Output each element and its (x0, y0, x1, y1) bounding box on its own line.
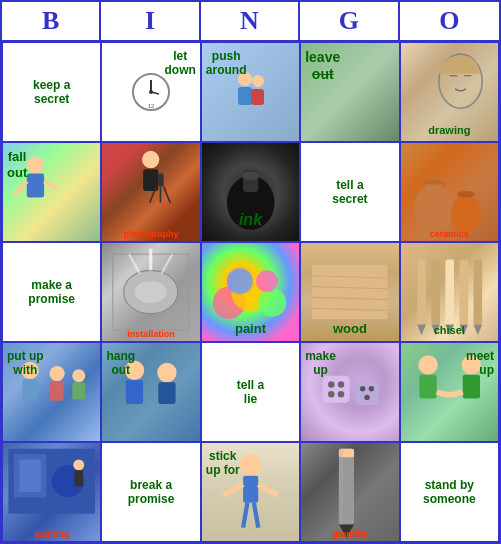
header-o: O (400, 2, 499, 40)
svg-rect-71 (355, 381, 379, 405)
svg-point-85 (240, 454, 262, 476)
cell-leave-out: leaveout (300, 42, 399, 142)
cell-label-installation: installation (102, 329, 199, 339)
cell-label-graphite: graphite (301, 529, 398, 539)
cell-text: letdown (162, 47, 197, 80)
cell-text-meet-up: meetup (464, 347, 496, 380)
svg-rect-65 (159, 382, 176, 404)
cell-graphite: graphite (300, 442, 399, 542)
svg-point-32 (135, 281, 167, 303)
cell-paint: paint (201, 242, 300, 342)
cell-tell-a-secret: tell asecret (300, 142, 399, 242)
header-i: I (101, 2, 200, 40)
svg-rect-13 (27, 174, 44, 198)
svg-point-67 (328, 381, 334, 387)
svg-line-88 (258, 484, 277, 495)
svg-rect-61 (72, 382, 85, 399)
svg-rect-76 (419, 375, 436, 399)
svg-rect-81 (19, 460, 41, 492)
svg-point-16 (142, 151, 159, 168)
svg-line-87 (223, 484, 242, 495)
bingo-grid: keep asecret 12 letdown (2, 42, 499, 542)
svg-rect-57 (22, 379, 37, 401)
svg-point-40 (256, 270, 278, 292)
svg-line-34 (129, 254, 140, 273)
photography-bg (102, 143, 199, 241)
graphite-bg (301, 443, 398, 541)
header-n: N (201, 2, 300, 40)
svg-point-74 (365, 395, 370, 400)
cell-label-photography: photography (102, 229, 199, 239)
header-g: G (300, 2, 399, 40)
svg-point-29 (457, 191, 474, 197)
svg-point-64 (158, 363, 177, 382)
svg-rect-27 (424, 184, 441, 208)
svg-text:12: 12 (148, 103, 155, 109)
svg-rect-48 (431, 260, 440, 325)
cell-text: tell asecret (330, 176, 369, 209)
svg-point-72 (360, 386, 365, 391)
cell-text-chisel: chisel (401, 322, 498, 339)
svg-point-58 (50, 366, 65, 381)
svg-rect-66 (323, 376, 350, 403)
cell-text: pusharound (204, 47, 249, 80)
cell-photography: photography (101, 142, 200, 242)
svg-rect-8 (251, 89, 264, 105)
svg-rect-59 (50, 381, 64, 400)
cell-text: tell alie (235, 376, 266, 409)
svg-rect-18 (159, 174, 164, 187)
cell-keep-a-secret: keep asecret (2, 42, 101, 142)
cell-break-a-promise: break apromise (101, 442, 200, 542)
svg-rect-41 (312, 265, 388, 319)
installation-art-icon (102, 243, 199, 341)
svg-rect-54 (473, 260, 482, 325)
bingo-board: B I N G O keep asecret 12 letdown (0, 0, 501, 544)
cell-hang-out: hangout (101, 342, 200, 442)
cell-text-put-up-with: put upwith (5, 347, 46, 380)
svg-point-39 (227, 268, 253, 294)
cell-text: keep asecret (31, 76, 72, 109)
svg-point-12 (27, 156, 44, 173)
svg-line-20 (164, 187, 170, 203)
cell-meet-up: meetup (400, 342, 499, 442)
installation-bg (102, 243, 199, 341)
svg-rect-6 (238, 87, 252, 105)
cell-fall-out: fallout (2, 142, 101, 242)
cell-text: leaveout (303, 47, 342, 85)
svg-rect-52 (459, 260, 468, 325)
cell-installation: installation (101, 242, 200, 342)
svg-point-38 (258, 289, 286, 317)
svg-line-14 (14, 181, 27, 195)
svg-point-70 (338, 391, 344, 397)
svg-rect-84 (74, 470, 83, 486)
cell-text-drawing: drawing (401, 122, 498, 139)
svg-point-73 (369, 386, 374, 391)
cell-ceramics: ceramics (400, 142, 499, 242)
ceramics-bg (401, 143, 498, 241)
svg-line-15 (44, 181, 57, 189)
painting-bg (3, 443, 100, 541)
svg-point-68 (338, 381, 344, 387)
cell-ink: ink (201, 142, 300, 242)
svg-point-7 (252, 75, 264, 87)
cell-put-up-with: put upwith (2, 342, 101, 442)
cell-label-ceramics: ceramics (401, 229, 498, 239)
cell-text-fall-out: fallout (5, 147, 29, 182)
svg-line-90 (254, 503, 258, 528)
cell-label-painting: painting (3, 529, 100, 539)
header-b: B (2, 2, 101, 40)
bingo-header: B I N G O (2, 2, 499, 42)
cell-stand-by-someone: stand bysomeone (400, 442, 499, 542)
cell-tell-a-lie: tell alie (201, 342, 300, 442)
svg-rect-86 (243, 476, 258, 503)
cell-wood: wood (300, 242, 399, 342)
cell-text: make apromise (26, 276, 77, 309)
svg-line-35 (162, 254, 173, 273)
svg-point-28 (450, 194, 480, 233)
cell-stick-up-for: stickup for (201, 442, 300, 542)
svg-point-60 (72, 369, 85, 382)
cell-text-ink: ink (202, 208, 299, 231)
cell-let-down: 12 letdown (101, 42, 200, 142)
svg-point-75 (418, 355, 437, 374)
svg-point-69 (328, 391, 334, 397)
